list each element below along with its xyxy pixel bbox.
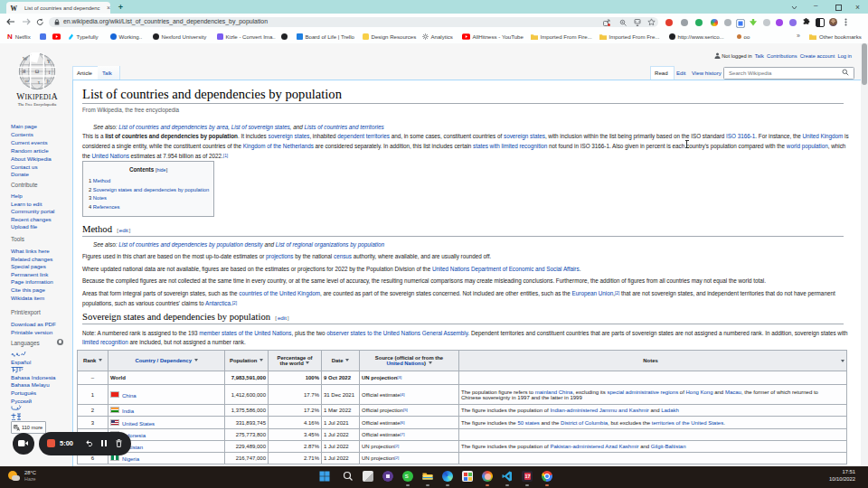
- svg-text:ω: ω: [25, 78, 29, 83]
- svg-text:р: р: [46, 78, 49, 83]
- svg-text:Ω: Ω: [35, 69, 40, 74]
- svg-text:W: W: [23, 56, 28, 61]
- svg-text:Я: Я: [22, 69, 25, 74]
- svg-text:Υ: Υ: [47, 59, 52, 64]
